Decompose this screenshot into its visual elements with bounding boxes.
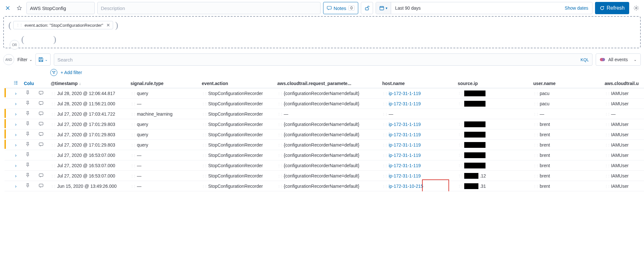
host-cell[interactable]: ⋮⋮ip-172-31-1-119: [382, 91, 421, 96]
expand-row-button[interactable]: ›: [15, 122, 17, 127]
comment-button[interactable]: [39, 112, 43, 117]
host-link[interactable]: ip-172-31-1-119: [389, 91, 421, 96]
identity-cell[interactable]: ⋮⋮IAMUser: [605, 142, 629, 148]
host-link[interactable]: ip-172-31-1-119: [389, 132, 421, 137]
col-request-params[interactable]: aws.cloudtrail.request_paramete...: [275, 79, 380, 88]
pin-button[interactable]: [25, 173, 30, 178]
filter-options-icon[interactable]: [50, 69, 57, 76]
rule-type-cell[interactable]: ⋮⋮—: [130, 153, 141, 158]
host-link[interactable]: ip-172-31-1-119: [389, 153, 421, 158]
saved-query-button[interactable]: ⌄: [35, 53, 51, 66]
host-link[interactable]: ip-172-31-10-215: [389, 184, 423, 189]
identity-cell[interactable]: ⋮⋮IAMUser: [605, 132, 629, 137]
expand-row-button[interactable]: ›: [15, 163, 17, 168]
col-identity-type[interactable]: aws.cloudtrail.u: [602, 79, 644, 88]
rule-type-cell[interactable]: ⋮⋮machine_learning: [130, 111, 173, 117]
expand-row-button[interactable]: ›: [15, 142, 17, 148]
filter-dropdown[interactable]: Filter ⌄: [17, 57, 32, 62]
columns-button[interactable]: [14, 81, 18, 85]
col-timestamp[interactable]: @timestamp ↓: [48, 79, 128, 88]
pin-button[interactable]: [25, 163, 30, 168]
identity-cell[interactable]: ⋮⋮IAMUser: [605, 153, 629, 158]
expand-row-button[interactable]: ›: [15, 153, 17, 158]
notes-button[interactable]: Notes 0: [323, 2, 359, 14]
action-cell[interactable]: ⋮⋮StopConfigurationRecorder: [202, 163, 263, 168]
columns-link[interactable]: Columns: [24, 81, 34, 86]
host-cell[interactable]: ⋮⋮ip-172-31-1-119: [382, 142, 421, 148]
action-cell[interactable]: ⋮⋮StopConfigurationRecorder: [202, 101, 263, 106]
expand-row-button[interactable]: ›: [15, 184, 17, 189]
search-input[interactable]: KQL: [54, 53, 592, 66]
action-cell[interactable]: ⋮⋮StopConfigurationRecorder: [202, 111, 263, 117]
timestamp-cell[interactable]: ⋮⋮Jul 27, 2020 @ 16:53:07.000: [51, 173, 115, 178]
identity-cell[interactable]: ⋮⋮IAMUser: [605, 163, 629, 168]
expand-row-button[interactable]: ›: [15, 132, 17, 137]
expand-row-button[interactable]: ›: [15, 101, 17, 106]
params-cell[interactable]: ⋮⋮{configurationRecorderName=default}: [277, 173, 360, 178]
timestamp-cell[interactable]: ⋮⋮Jul 27, 2020 @ 16:53:07.000: [51, 163, 115, 168]
rule-type-cell[interactable]: ⋮⋮—: [130, 101, 141, 106]
expand-row-button[interactable]: ›: [15, 111, 17, 117]
timestamp-cell[interactable]: ⋮⋮Jul 28, 2020 @ 12:06:44.817: [51, 91, 115, 96]
refresh-button[interactable]: Refresh: [595, 2, 629, 14]
query-dropzone[interactable]: ( ⋮⋮ event.action: "StopConfigurationRec…: [3, 16, 641, 48]
pin-button[interactable]: [25, 184, 30, 189]
col-user-name[interactable]: user.name: [531, 79, 602, 88]
host-cell[interactable]: ⋮⋮ip-172-31-10-215: [382, 184, 423, 189]
rule-type-cell[interactable]: ⋮⋮query: [130, 91, 148, 96]
description-input[interactable]: [97, 2, 321, 14]
identity-cell[interactable]: ⋮⋮IAMUser: [605, 91, 629, 96]
action-cell[interactable]: ⋮⋮StopConfigurationRecorder: [202, 142, 263, 148]
user-cell[interactable]: ⋮⋮—: [533, 111, 544, 117]
timestamp-cell[interactable]: ⋮⋮Jul 27, 2020 @ 16:53:07.000: [51, 153, 115, 158]
show-dates-link[interactable]: Show dates: [561, 5, 592, 11]
kql-toggle[interactable]: KQL: [581, 57, 589, 62]
add-filter-link[interactable]: + Add filter: [61, 70, 82, 75]
pin-button[interactable]: [25, 142, 30, 148]
rule-type-cell[interactable]: ⋮⋮query: [130, 142, 148, 148]
comment-button[interactable]: [39, 122, 43, 127]
rule-type-cell[interactable]: ⋮⋮query: [130, 132, 148, 137]
gear-icon[interactable]: [632, 4, 641, 13]
search-text-field[interactable]: [57, 57, 581, 62]
timeline-title-input[interactable]: [26, 2, 95, 14]
timestamp-cell[interactable]: ⋮⋮Jul 27, 2020 @ 17:01:29.803: [51, 132, 115, 137]
comment-button[interactable]: [39, 132, 43, 138]
user-cell[interactable]: ⋮⋮brent: [533, 122, 550, 127]
events-select[interactable]: All events ⌄: [596, 53, 641, 66]
identity-cell[interactable]: ⋮⋮IAMUser: [605, 122, 629, 127]
params-cell[interactable]: ⋮⋮{configurationRecorderName=default}: [277, 122, 360, 127]
host-cell[interactable]: ⋮⋮ip-172-31-1-119: [382, 153, 421, 158]
timestamp-cell[interactable]: ⋮⋮Jul 27, 2020 @ 17:01:29.803: [51, 142, 115, 148]
rule-type-cell[interactable]: ⋮⋮query: [130, 122, 148, 127]
timestamp-cell[interactable]: ⋮⋮Jul 27, 2020 @ 17:01:29.803: [51, 122, 115, 127]
host-link[interactable]: ip-172-31-1-119: [389, 163, 421, 168]
col-rule-type[interactable]: signal.rule.type: [128, 79, 199, 88]
lock-button[interactable]: [361, 2, 373, 14]
identity-cell[interactable]: ⋮⋮IAMUser: [605, 184, 629, 189]
calendar-button[interactable]: ▾: [376, 2, 391, 14]
comment-button[interactable]: [39, 143, 43, 148]
comment-button[interactable]: [39, 174, 43, 179]
comment-button[interactable]: [39, 91, 43, 96]
identity-cell[interactable]: ⋮⋮IAMUser: [605, 173, 629, 178]
col-source-ip[interactable]: source.ip: [455, 79, 531, 88]
rule-type-cell[interactable]: ⋮⋮—: [130, 163, 141, 168]
timestamp-cell[interactable]: ⋮⋮Jul 27, 2020 @ 17:03:41.722: [51, 111, 115, 117]
pin-button[interactable]: [25, 91, 30, 96]
host-link[interactable]: ip-172-31-1-119: [389, 101, 421, 106]
host-cell[interactable]: ⋮⋮ip-172-31-1-119: [382, 163, 421, 168]
action-cell[interactable]: ⋮⋮StopConfigurationRecorder: [202, 184, 263, 189]
pin-button[interactable]: [25, 111, 30, 117]
expand-row-button[interactable]: ›: [15, 91, 17, 96]
host-cell[interactable]: ⋮⋮ip-172-31-1-119: [382, 101, 421, 106]
user-cell[interactable]: ⋮⋮pacu: [533, 91, 549, 96]
params-cell[interactable]: ⋮⋮{configurationRecorderName=default}: [277, 163, 360, 168]
identity-cell[interactable]: ⋮⋮—: [605, 111, 616, 117]
host-cell[interactable]: ⋮⋮ip-172-31-1-119: [382, 122, 421, 127]
action-cell[interactable]: ⋮⋮StopConfigurationRecorder: [202, 173, 263, 178]
col-host-name[interactable]: host.name: [380, 79, 455, 88]
close-icon[interactable]: [3, 4, 12, 13]
comment-button[interactable]: [39, 101, 43, 107]
action-cell[interactable]: ⋮⋮StopConfigurationRecorder: [202, 153, 263, 158]
